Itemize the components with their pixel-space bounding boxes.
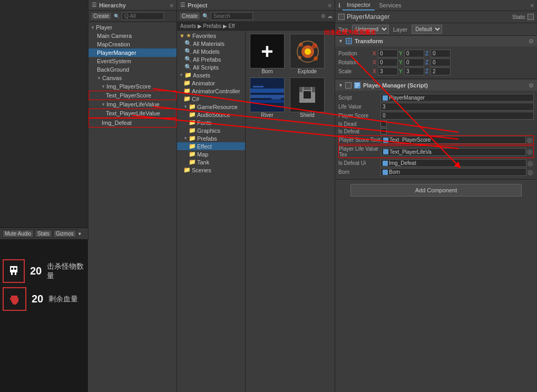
px-label: X xyxy=(373,51,377,56)
script-settings-icon[interactable]: ⚙ xyxy=(529,82,534,89)
transform-settings-icon[interactable]: ⚙ xyxy=(529,38,534,45)
folder-animatorcontroller[interactable]: 📁AnimatorController xyxy=(177,87,245,95)
born-ref[interactable]: Born xyxy=(380,168,526,176)
tree-item-canvas[interactable]: ▼ Canvas xyxy=(89,74,177,82)
tag-layer-row: Tag Untagged Layer Default xyxy=(335,23,537,36)
folder-all-prefabs[interactable]: 🔍All Prefabs xyxy=(177,55,245,63)
scale-row: Scale X 3 Y 3 Z 2 xyxy=(338,67,534,75)
layer-select[interactable]: Default xyxy=(412,25,442,34)
py-label: Y xyxy=(399,51,403,56)
project-search-input[interactable] xyxy=(211,12,253,20)
player-life-dot[interactable]: ◎ xyxy=(526,148,533,155)
player-life-value-ref[interactable]: Text_PlayerLifeVa xyxy=(381,148,526,156)
position-row: Position X Y Z xyxy=(338,50,534,57)
folder-csharp[interactable]: 📁C# xyxy=(177,95,245,103)
project-panel: ☰ Project ≡ Create 🔍 ⚙ ☁ Assets ▶ Prefab… xyxy=(177,0,335,392)
scale-x-input[interactable]: 3 xyxy=(378,67,398,75)
folder-audiosource[interactable]: 📁AudioSource xyxy=(177,111,245,119)
is-dead-checkbox[interactable] xyxy=(380,121,387,127)
folder-all-models[interactable]: 🔍All Models xyxy=(177,47,245,55)
player-score-text-label: Player Score Text xyxy=(339,137,381,143)
folder-fonts[interactable]: 📁Fonts xyxy=(177,119,245,126)
script-ref[interactable]: PlayerManager xyxy=(380,94,534,102)
life-value-input[interactable]: 3 xyxy=(380,103,534,111)
script-component-header[interactable]: ▼ Player Manager (Script) ⚙ xyxy=(335,80,537,91)
add-component-button[interactable]: Add Component xyxy=(350,184,522,197)
svg-rect-30 xyxy=(311,91,315,103)
folder-favorites[interactable]: ▼ ★ Favorites xyxy=(177,32,245,40)
inspector-icon: ℹ xyxy=(338,2,340,9)
folder-prefabs[interactable]: ▼ 📁Prefabs xyxy=(177,134,245,142)
folder-assets[interactable]: ▼ 📁 Assets xyxy=(177,71,245,79)
tree-item-label: Img_Defeat xyxy=(102,120,132,126)
tree-item-player-manager[interactable]: PlayerManager xyxy=(89,48,177,57)
script-component-checkbox[interactable] xyxy=(345,82,352,89)
transform-header[interactable]: ▼ Transform ⚙ xyxy=(335,36,537,46)
folder-map[interactable]: 📁Map xyxy=(177,150,245,158)
player-score-text-dot[interactable]: ◎ xyxy=(526,136,533,144)
tree-item-main-camera[interactable]: Main Camera xyxy=(89,32,177,40)
folder-gameresource[interactable]: ▼ 📁GameResource xyxy=(177,103,245,111)
transform-body: Position X Y Z Rot xyxy=(335,46,537,79)
rotation-z-input[interactable] xyxy=(431,58,451,66)
is-defeat-checkbox[interactable] xyxy=(380,128,387,134)
asset-explode[interactable]: Explode xyxy=(289,34,326,74)
scale-y-input[interactable]: 3 xyxy=(404,67,424,75)
tree-item-text-player-life[interactable]: Text_PlayerLifeValue xyxy=(89,109,177,118)
services-tab[interactable]: Services xyxy=(375,1,405,10)
object-active-checkbox[interactable] xyxy=(338,14,345,20)
position-z-input[interactable] xyxy=(431,50,451,57)
asset-shield[interactable]: Shield xyxy=(289,77,326,118)
expand-icon: ▼ xyxy=(101,84,105,89)
asset-born[interactable]: + Born xyxy=(249,34,286,74)
gizmos-button[interactable]: Gizmos xyxy=(53,230,76,238)
is-defeat-label: Is Defeat xyxy=(338,129,380,134)
object-header: PlayerManager Static xyxy=(335,11,537,23)
tree-item-img-player-score[interactable]: ▼ Img_PlayerScore xyxy=(89,82,177,91)
mute-audio-button[interactable]: Mute Audio xyxy=(2,230,34,238)
defeat-dot[interactable]: ◎ xyxy=(526,160,534,167)
hierarchy-create-button[interactable]: Create xyxy=(91,12,112,20)
folder-all-scripts[interactable]: 🔍All Scripts xyxy=(177,63,245,71)
asset-river-label: River xyxy=(261,112,273,118)
position-x-input[interactable] xyxy=(378,50,398,57)
tag-select[interactable]: Untagged xyxy=(352,25,389,34)
asset-river[interactable]: River xyxy=(249,77,286,118)
rotation-x-input[interactable] xyxy=(378,58,398,66)
hierarchy-search-input[interactable] xyxy=(122,12,164,20)
folder-scenes[interactable]: 📁Scenes xyxy=(177,166,245,174)
tree-item-label: Player xyxy=(96,24,112,31)
player-score-text-ref[interactable]: Text_PlayerScore xyxy=(381,136,526,144)
stats-button[interactable]: Stats xyxy=(35,230,52,238)
hierarchy-header: ☰ Hierarchy ≡ xyxy=(89,0,177,11)
inspector-tab-active[interactable]: Inspector xyxy=(343,0,375,11)
tree-item-img-defeat[interactable]: Img_Defeat xyxy=(89,118,177,128)
folder-animator[interactable]: 📁Animator xyxy=(177,79,245,87)
static-checkbox[interactable] xyxy=(528,14,534,20)
tree-item-event-system[interactable]: EventSystem xyxy=(89,57,177,65)
player-life-value-label: Player Life Value Tex xyxy=(339,146,381,158)
folder-graphics[interactable]: 📁Graphics xyxy=(177,126,245,134)
tree-item-background[interactable]: BackGround xyxy=(89,65,177,74)
born-dot[interactable]: ◎ xyxy=(526,169,534,176)
is-defeat-ui-ref[interactable]: Img_Defeat xyxy=(380,159,526,167)
player-score-input[interactable]: 0 xyxy=(380,112,534,120)
born-ref-icon xyxy=(383,170,388,175)
folder-effect[interactable]: 📁Effect xyxy=(177,142,245,150)
asset-born-thumb: + xyxy=(250,34,285,68)
tree-item-text-player-score[interactable]: Text_PlayerScore xyxy=(89,91,177,100)
scale-z-input[interactable]: 2 xyxy=(431,67,451,75)
folder-all-materials[interactable]: 🔍All Materials xyxy=(177,40,245,47)
folder-tank[interactable]: 📁Tank xyxy=(177,158,245,166)
position-y-input[interactable] xyxy=(404,50,424,57)
transform-title: Transform xyxy=(355,38,526,44)
tree-item-img-player-life[interactable]: ▼ Img_PlayerLifeValue xyxy=(89,100,177,109)
tree-item-map-creation[interactable]: MapCreation xyxy=(89,40,177,48)
asset-grid: + Born xyxy=(246,31,335,392)
rotation-row: Rotation X Y Z xyxy=(338,58,534,66)
rotation-y-input[interactable] xyxy=(404,58,424,66)
project-create-button[interactable]: Create xyxy=(179,12,200,20)
script-component-title: Player Manager (Script) xyxy=(363,82,526,89)
svg-rect-25 xyxy=(250,100,285,103)
tree-item-player[interactable]: ▼ Player xyxy=(89,23,177,32)
